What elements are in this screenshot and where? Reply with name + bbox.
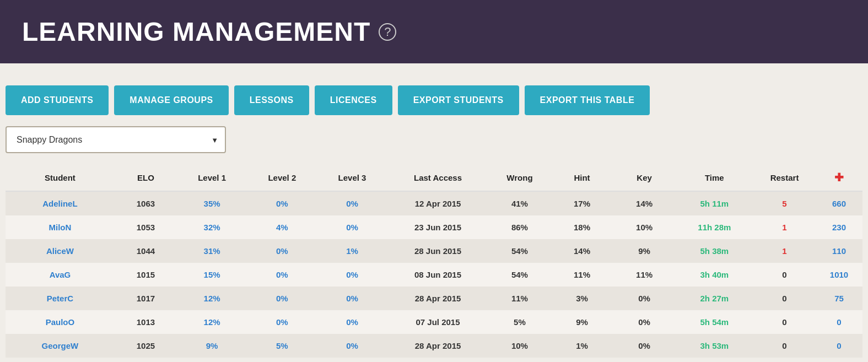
add-students-button[interactable]: ADD STUDENTS: [6, 85, 109, 115]
table-container: Student ELO Level 1 Level 2 Level 3 Last…: [6, 164, 862, 358]
cell-key: 14%: [613, 191, 676, 215]
cell-student[interactable]: PeterC: [6, 287, 115, 310]
cell-elo: 1017: [115, 287, 177, 310]
licences-button[interactable]: LICENCES: [315, 85, 392, 115]
cell-last-access: 12 Apr 2015: [387, 191, 489, 215]
table-row: PauloO 1013 12% 0% 0% 07 Jul 2015 5% 9% …: [6, 310, 862, 334]
table-row: AliceW 1044 31% 0% 1% 28 Jun 2015 54% 14…: [6, 239, 862, 263]
cell-plus[interactable]: 110: [816, 239, 862, 263]
cell-last-access: 07 Jul 2015: [387, 310, 489, 334]
cell-key: 10%: [613, 215, 676, 239]
cell-key: 11%: [613, 263, 676, 287]
cell-restart: 0: [753, 287, 816, 310]
col-header-student: Student: [6, 164, 115, 191]
cell-last-access: 08 Jun 2015: [387, 263, 489, 287]
cell-time: 3h 40m: [676, 263, 753, 287]
cell-time: 5h 11m: [676, 191, 753, 215]
cell-hint: 9%: [551, 310, 613, 334]
cell-restart: 0: [753, 334, 816, 358]
col-header-last-access: Last Access: [387, 164, 489, 191]
group-select[interactable]: Snappy Dragons: [6, 126, 226, 153]
cell-student[interactable]: MiloN: [6, 215, 115, 239]
cell-level2: 0%: [247, 239, 317, 263]
cell-last-access: 23 Jun 2015: [387, 215, 489, 239]
cell-level3: 0%: [317, 310, 387, 334]
cell-elo: 1015: [115, 263, 177, 287]
table-row: PeterC 1017 12% 0% 0% 28 Apr 2015 11% 3%…: [6, 287, 862, 310]
cell-wrong: 41%: [488, 191, 551, 215]
cell-hint: 11%: [551, 263, 613, 287]
cell-level3: 0%: [317, 287, 387, 310]
cell-hint: 18%: [551, 215, 613, 239]
cell-level2: 0%: [247, 310, 317, 334]
col-header-restart: Restart: [753, 164, 816, 191]
cell-level1: 32%: [177, 215, 247, 239]
table-row: AdelineL 1063 35% 0% 0% 12 Apr 2015 41% …: [6, 191, 862, 215]
cell-wrong: 5%: [488, 310, 551, 334]
cell-elo: 1044: [115, 239, 177, 263]
table-header-row: Student ELO Level 1 Level 2 Level 3 Last…: [6, 164, 862, 191]
cell-time: 3h 53m: [676, 334, 753, 358]
cell-student[interactable]: AvaG: [6, 263, 115, 287]
cell-level2: 0%: [247, 191, 317, 215]
cell-level3: 1%: [317, 239, 387, 263]
cell-level2: 4%: [247, 215, 317, 239]
cell-plus[interactable]: 0: [816, 334, 862, 358]
cell-key: 9%: [613, 239, 676, 263]
col-header-time: Time: [676, 164, 753, 191]
cell-wrong: 54%: [488, 263, 551, 287]
header: LEARNING MANAGEMENT ?: [0, 0, 868, 63]
manage-groups-button[interactable]: MANAGE GROUPS: [114, 85, 228, 115]
cell-student[interactable]: PauloO: [6, 310, 115, 334]
cell-plus[interactable]: 1010: [816, 263, 862, 287]
cell-level1: 12%: [177, 310, 247, 334]
cell-elo: 1025: [115, 334, 177, 358]
cell-key: 0%: [613, 334, 676, 358]
cell-plus[interactable]: 75: [816, 287, 862, 310]
cell-level1: 15%: [177, 263, 247, 287]
cell-level3: 0%: [317, 191, 387, 215]
cell-wrong: 54%: [488, 239, 551, 263]
cell-level3: 0%: [317, 215, 387, 239]
cell-wrong: 86%: [488, 215, 551, 239]
help-icon[interactable]: ?: [379, 23, 396, 41]
cell-plus[interactable]: 230: [816, 215, 862, 239]
cell-level1: 9%: [177, 334, 247, 358]
cell-level2: 0%: [247, 287, 317, 310]
cell-time: 2h 27m: [676, 287, 753, 310]
cell-restart: 0: [753, 263, 816, 287]
col-header-elo: ELO: [115, 164, 177, 191]
cell-restart: 1: [753, 239, 816, 263]
cell-level2: 0%: [247, 263, 317, 287]
cell-level2: 5%: [247, 334, 317, 358]
cell-elo: 1013: [115, 310, 177, 334]
group-select-wrapper: Snappy Dragons: [6, 126, 226, 153]
col-header-level3: Level 3: [317, 164, 387, 191]
cell-last-access: 28 Apr 2015: [387, 334, 489, 358]
cell-last-access: 28 Apr 2015: [387, 287, 489, 310]
cell-elo: 1063: [115, 191, 177, 215]
cell-student[interactable]: GeorgeW: [6, 334, 115, 358]
export-students-button[interactable]: EXPORT STUDENTS: [398, 85, 519, 115]
col-header-plus: ✚: [816, 164, 862, 191]
cell-time: 11h 28m: [676, 215, 753, 239]
cell-plus[interactable]: 0: [816, 310, 862, 334]
lessons-button[interactable]: LESSONS: [234, 85, 309, 115]
cell-student[interactable]: AliceW: [6, 239, 115, 263]
toolbar: ADD STUDENTS MANAGE GROUPS LESSONS LICEN…: [6, 74, 862, 126]
cell-time: 5h 38m: [676, 239, 753, 263]
cell-level3: 0%: [317, 334, 387, 358]
plus-icon: ✚: [834, 171, 844, 183]
cell-level1: 12%: [177, 287, 247, 310]
cell-last-access: 28 Jun 2015: [387, 239, 489, 263]
col-header-hint: Hint: [551, 164, 613, 191]
cell-hint: 17%: [551, 191, 613, 215]
cell-hint: 1%: [551, 334, 613, 358]
cell-plus[interactable]: 660: [816, 191, 862, 215]
cell-student[interactable]: AdelineL: [6, 191, 115, 215]
students-table: Student ELO Level 1 Level 2 Level 3 Last…: [6, 164, 862, 358]
cell-hint: 3%: [551, 287, 613, 310]
col-header-level2: Level 2: [247, 164, 317, 191]
cell-restart: 1: [753, 215, 816, 239]
export-table-button[interactable]: EXPORT THIS TABLE: [525, 85, 650, 115]
